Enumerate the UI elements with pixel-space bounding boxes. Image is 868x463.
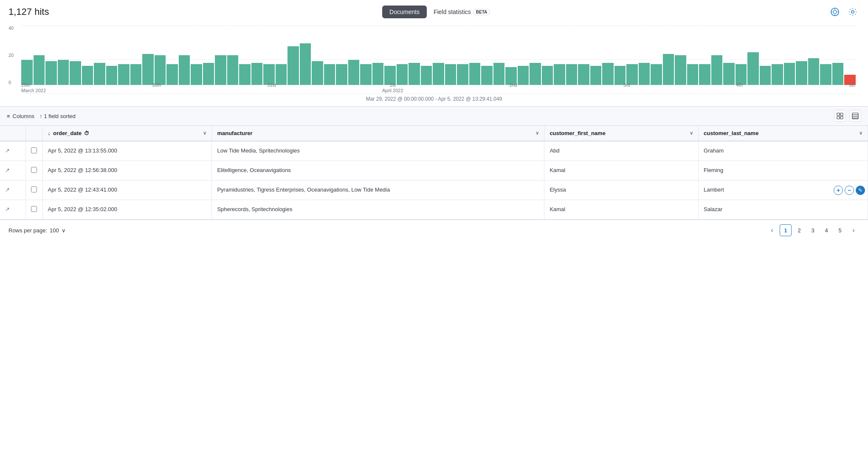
remove-filter-icon[interactable]: − [845,186,854,195]
chart-bar [251,63,263,85]
chart-bar [675,55,686,85]
row-last-name: Fleming [699,161,868,181]
expand-view-button[interactable] [849,110,861,122]
chart-bar [639,63,650,85]
expand-row-button[interactable]: ↗ [5,186,10,193]
row-last-name: Graham [699,141,868,161]
chart-bar [747,52,759,85]
x-axis-labels: 29thMarch 2022 30th 31st 1stApril 2022 2… [21,82,855,93]
row-checkbox[interactable] [31,186,37,192]
chart-bar [469,63,481,85]
row-manufacturer: Spherecords, Spritechnologies [212,200,544,220]
row-order-date: Apr 5, 2022 @ 12:43:41.000 [42,181,212,200]
chart-bar [602,63,614,85]
svg-rect-8 [840,113,843,116]
next-page-button[interactable]: › [848,224,860,236]
svg-point-6 [851,11,854,13]
col-header-manufacturer[interactable]: manufacturer ∨ [212,126,544,141]
row-checkbox[interactable] [31,206,37,212]
edit-icon[interactable]: ✎ [856,186,865,195]
expand-row-button[interactable]: ↗ [5,167,10,173]
caret-icon-mfr: ∨ [535,130,539,136]
caret-icon-first: ∨ [690,130,693,136]
row-action-cell: ↗ [0,200,25,220]
chart-bar [530,63,541,85]
row-manufacturer: Elitelligence, Oceanavigations [212,161,544,181]
chart-container: 40 20 0 29thMarch 2022 30th 31st 1stApri… [8,25,860,93]
expand-row-button[interactable]: ↗ [5,147,10,154]
table-row: ↗Apr 5, 2022 @ 12:43:41.000Pyramidustrie… [0,181,868,200]
row-first-name: Kamal [544,161,699,181]
sort-icon: ↑ [39,113,42,119]
beta-badge: BETA [473,9,490,15]
chart-bar [215,55,226,85]
row-first-name: Elyssa [544,181,699,200]
chart-bar [94,63,105,85]
table-row: ↗Apr 5, 2022 @ 12:35:02.000Spherecords, … [0,200,868,220]
svg-point-1 [833,10,837,14]
col-header-last-name[interactable]: customer_last_name ∨ [699,126,868,141]
grid-view-button[interactable] [834,110,846,122]
svg-rect-9 [837,116,840,119]
rows-per-page[interactable]: Rows per page: 100 ∨ [8,227,66,234]
chart-bar [203,63,214,85]
chart-bar [832,63,844,85]
prev-page-button[interactable]: ‹ [766,224,778,236]
col-header-first-name[interactable]: customer_first_name ∨ [544,126,699,141]
row-checkbox-cell [25,200,42,220]
chart-bar [348,60,360,85]
chart-bar [179,55,190,85]
chart-bar [142,54,154,85]
page-3-button[interactable]: 3 [807,224,819,236]
chart-bar [433,63,444,85]
pagination: ‹ 1 2 3 4 5 › [766,224,860,236]
documents-tab[interactable]: Documents [382,6,427,18]
expand-row-button[interactable]: ↗ [5,206,10,212]
settings-icon[interactable] [846,5,860,19]
inspect-icon[interactable] [828,5,842,19]
chart-bar [34,55,45,85]
toolbar-left: ≡ Columns ↑ 1 field sorted [7,113,76,119]
data-table: ↓ order_date ⏱ ∨ manufacturer ∨ customer… [0,126,868,220]
row-order-date: Apr 5, 2022 @ 12:35:02.000 [42,200,212,220]
col-header-order-date[interactable]: ↓ order_date ⏱ ∨ [42,126,212,141]
chart-bar [45,61,57,85]
toolbar: ≡ Columns ↑ 1 field sorted [0,107,868,126]
columns-button[interactable]: ≡ Columns [7,113,34,119]
sort-info[interactable]: ↑ 1 field sorted [39,113,76,119]
row-last-name: Salazar [699,200,868,220]
row-checkbox[interactable] [31,147,37,153]
row-manufacturer: Pyramidustries, Tigress Enterprises, Oce… [212,181,544,200]
chart-bar [70,61,81,85]
chart-bar [808,58,820,85]
row-action-cell: ↗ [0,141,25,161]
row-action-cell: ↗ [0,181,25,200]
add-filter-icon[interactable]: + [834,186,843,195]
row-checkbox-cell [25,161,42,181]
page-4-button[interactable]: 4 [820,224,832,236]
page-5-button[interactable]: 5 [834,224,846,236]
row-checkbox-cell [25,141,42,161]
caret-icon-last: ∨ [859,130,862,136]
table-row: ↗Apr 5, 2022 @ 12:56:38.000Elitelligence… [0,161,868,181]
hits-count: 1,127 hits [8,6,49,17]
row-order-date: Apr 5, 2022 @ 13:13:55.000 [42,141,212,161]
row-order-date: Apr 5, 2022 @ 12:56:38.000 [42,161,212,181]
row-checkbox-cell [25,181,42,200]
chart-bar [312,61,323,85]
row-checkbox[interactable] [31,167,37,173]
caret-icon: ∨ [203,130,206,136]
svg-rect-7 [837,113,840,116]
field-statistics-label: Field statistics [434,8,471,15]
chart-bar [287,46,299,85]
chart-bar [372,63,384,85]
field-statistics-tab[interactable]: Field statistics BETA [428,6,495,18]
chart-bar [711,55,723,85]
table-wrapper: ↓ order_date ⏱ ∨ manufacturer ∨ customer… [0,126,868,220]
page-2-button[interactable]: 2 [793,224,805,236]
chart-bar [796,61,807,85]
top-bar: 1,127 hits Documents Field statistics BE… [0,0,868,22]
page-1-button[interactable]: 1 [780,224,792,236]
columns-icon: ≡ [7,113,10,119]
toolbar-right [834,110,861,122]
